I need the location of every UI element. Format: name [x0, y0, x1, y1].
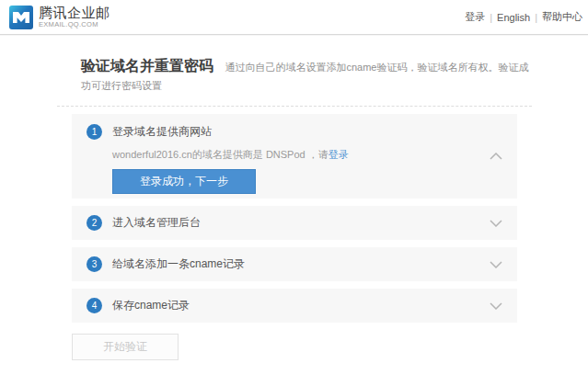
top-header: 腾讯企业邮 EXMAIL.QQ.COM 登录 | English | 帮助中心 — [0, 0, 588, 35]
brand-subtitle: EXMAIL.QQ.COM — [39, 21, 110, 28]
step-3-number-badge: 3 — [86, 256, 102, 272]
steps-accordion: 1 登录域名提供商网站 wonderful2016.cn的域名提供商是 DNSP… — [57, 107, 532, 323]
step-2-number-badge: 2 — [86, 215, 102, 231]
step-1-description-text: wonderful2016.cn的域名提供商是 DNSPod ，请 — [112, 149, 329, 160]
main-content: 验证域名并重置密码 通过向自己的域名设置添加cname验证码，验证域名所有权。验… — [57, 35, 532, 360]
chevron-down-icon[interactable] — [490, 261, 502, 268]
start-verify-button[interactable]: 开始验证 — [72, 334, 179, 360]
step-4-panel[interactable]: 4 保存cname记录 — [72, 289, 517, 323]
step-3-title: 给域名添加一条cname记录 — [112, 256, 245, 272]
nav-help-center-link[interactable]: 帮助中心 — [542, 10, 582, 24]
step-3-panel[interactable]: 3 给域名添加一条cname记录 — [72, 247, 517, 281]
step-4-title: 保存cname记录 — [112, 298, 190, 313]
nav-separator: | — [490, 12, 492, 23]
step-1-panel: 1 登录域名提供商网站 wonderful2016.cn的域名提供商是 DNSP… — [72, 114, 517, 199]
step-2-panel[interactable]: 2 进入域名管理后台 — [72, 206, 517, 240]
chevron-up-icon[interactable] — [490, 153, 502, 160]
step-1-description: wonderful2016.cn的域名提供商是 DNSPod ，请登录 — [112, 148, 502, 162]
top-nav: 登录 | English | 帮助中心 — [465, 10, 582, 24]
brand-title: 腾讯企业邮 — [39, 6, 110, 19]
step-4-number-badge: 4 — [86, 298, 102, 313]
step-1-login-link[interactable]: 登录 — [329, 149, 349, 160]
step-1-number-badge: 1 — [86, 124, 102, 140]
exmail-logo-icon — [9, 6, 33, 29]
verify-button-row: 开始验证 — [57, 330, 532, 360]
exmail-logo-text: 腾讯企业邮 EXMAIL.QQ.COM — [39, 6, 110, 28]
page-title: 验证域名并重置密码 — [81, 58, 213, 74]
login-success-next-button[interactable]: 登录成功，下一步 — [112, 169, 256, 194]
step-1-title: 登录域名提供商网站 — [112, 124, 212, 140]
chevron-down-icon[interactable] — [490, 220, 502, 227]
nav-separator: | — [535, 12, 537, 23]
page-title-row: 验证域名并重置密码 通过向自己的域名设置添加cname验证码，验证域名所有权。验… — [57, 35, 532, 107]
step-2-title: 进入域名管理后台 — [112, 215, 201, 231]
nav-english-link[interactable]: English — [497, 12, 530, 23]
exmail-logo[interactable]: 腾讯企业邮 EXMAIL.QQ.COM — [9, 6, 110, 29]
step-1-header[interactable]: 1 登录域名提供商网站 — [86, 124, 502, 140]
chevron-down-icon[interactable] — [490, 302, 502, 310]
nav-login-link[interactable]: 登录 — [465, 10, 485, 24]
